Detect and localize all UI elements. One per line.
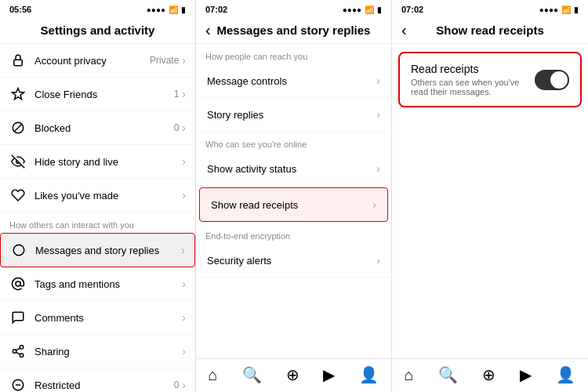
blocked-value: 0: [174, 122, 180, 133]
show-activity-label: Show activity status: [207, 163, 376, 175]
sharing-right: ›: [182, 345, 186, 358]
status-bar-3: 07:02 ●●●● 📶 ▮: [392, 0, 588, 17]
tags-right: ›: [182, 278, 186, 290]
search-nav-icon-2[interactable]: 🔍: [242, 365, 262, 384]
back-button-2[interactable]: ‹: [205, 21, 211, 39]
chevron-icon: ›: [376, 254, 380, 267]
restricted-icon: [9, 376, 27, 392]
chevron-icon: ›: [372, 198, 376, 211]
panel2-security-alerts[interactable]: Security alerts ›: [196, 244, 391, 278]
comments-right: ›: [182, 311, 186, 324]
hide-story-label: Hide story and live: [34, 156, 182, 168]
comment-icon: [9, 309, 27, 326]
security-alerts-label: Security alerts: [207, 255, 376, 267]
blocked-right: 0 ›: [174, 122, 186, 134]
profile-nav-icon-2[interactable]: 👤: [359, 365, 379, 384]
sharing-label: Sharing: [34, 346, 182, 358]
read-receipts-title: Read receipts: [411, 63, 535, 75]
svg-marker-1: [13, 89, 24, 100]
home-nav-icon-2[interactable]: ⌂: [208, 366, 217, 384]
menu-item-account-privacy[interactable]: Account privacy Private ›: [0, 44, 195, 78]
menu-item-tags[interactable]: Tags and mentions ›: [0, 267, 195, 301]
menu-item-likes[interactable]: Likes you've made ›: [0, 179, 195, 212]
panel3-title: Show read receipts: [436, 24, 544, 37]
chevron-icon: ›: [182, 155, 186, 168]
status-bar-1: 05:56 ●●●● 📶 ▮: [0, 0, 195, 17]
read-receipts-toggle[interactable]: [535, 70, 569, 90]
menu-item-messages[interactable]: Messages and story replies ›: [0, 233, 195, 267]
menu-item-comments[interactable]: Comments ›: [0, 301, 195, 335]
menu-item-blocked[interactable]: Blocked 0 ›: [0, 111, 195, 145]
likes-label: Likes you've made: [34, 190, 182, 201]
chevron-icon: ›: [182, 278, 186, 290]
panel1-title: Settings and activity: [41, 24, 155, 37]
menu-item-hide-story[interactable]: Hide story and live ›: [0, 145, 195, 179]
battery-icon-3: ▮: [574, 5, 579, 14]
back-button-3[interactable]: ‹: [401, 21, 407, 39]
panel2-message-controls[interactable]: Message controls ›: [196, 64, 391, 98]
panel1-header: Settings and activity: [0, 17, 195, 44]
battery-icon-2: ▮: [377, 5, 382, 14]
add-nav-icon-3[interactable]: ⊕: [482, 365, 495, 384]
message-controls-label: Message controls: [207, 75, 376, 87]
toggle-knob: [550, 71, 568, 89]
svg-point-9: [20, 354, 24, 358]
wifi-icon-2: 📶: [365, 5, 374, 14]
battery-icon: ▮: [181, 5, 186, 14]
chevron-icon: ›: [182, 189, 186, 201]
home-nav-icon-3[interactable]: ⌂: [405, 366, 414, 384]
status-icons-2: ●●●● 📶 ▮: [343, 5, 382, 14]
read-receipts-card: Read receipts Others can see when you've…: [398, 52, 582, 107]
svg-line-10: [16, 352, 20, 354]
section2-label: How others can interact with you: [0, 212, 195, 233]
reels-nav-icon-2[interactable]: ▶: [323, 365, 335, 384]
block-icon: [9, 119, 27, 136]
add-nav-icon-2[interactable]: ⊕: [286, 365, 299, 384]
svg-rect-0: [14, 60, 23, 66]
story-replies-label: Story replies: [207, 109, 376, 121]
blocked-label: Blocked: [34, 122, 174, 134]
chevron-icon: ›: [182, 311, 186, 324]
chevron-icon: ›: [181, 244, 185, 256]
svg-point-7: [20, 346, 24, 350]
panel2-title: Messages and story replies: [217, 24, 371, 37]
messages-right: ›: [181, 244, 185, 256]
chevron-icon: ›: [376, 74, 380, 87]
panel2-section3-label: End-to-end encryption: [196, 223, 391, 244]
time-3: 07:02: [401, 5, 423, 14]
chevron-icon: ›: [376, 108, 380, 121]
panel2-show-activity[interactable]: Show activity status ›: [196, 152, 391, 186]
close-friends-value: 1: [174, 89, 180, 100]
time-1: 05:56: [9, 5, 31, 14]
read-receipts-text-block: Read receipts Others can see when you've…: [411, 63, 535, 96]
panel2-section2-label: Who can see you're online: [196, 132, 391, 152]
menu-item-close-friends[interactable]: Close Friends 1 ›: [0, 78, 195, 111]
status-icons-3: ●●●● 📶 ▮: [539, 5, 579, 14]
status-bar-2: 07:02 ●●●● 📶 ▮: [196, 0, 391, 17]
comments-label: Comments: [34, 312, 182, 324]
panel3-header: ‹ Show read receipts: [392, 17, 588, 44]
tags-label: Tags and mentions: [34, 278, 182, 290]
status-icons-1: ●●●● 📶 ▮: [147, 5, 186, 14]
star-icon: [9, 85, 27, 103]
search-nav-icon-3[interactable]: 🔍: [438, 365, 458, 384]
svg-line-3: [14, 124, 23, 132]
menu-item-sharing[interactable]: Sharing ›: [0, 335, 195, 368]
likes-right: ›: [182, 189, 186, 201]
panel2-show-read-receipts[interactable]: Show read receipts ›: [199, 187, 388, 222]
wifi-icon-3: 📶: [561, 5, 571, 14]
hide-story-right: ›: [182, 155, 186, 168]
panel2-header: ‹ Messages and story replies: [196, 17, 391, 44]
chevron-icon: ›: [182, 379, 186, 391]
panel2-story-replies[interactable]: Story replies ›: [196, 98, 391, 132]
svg-point-6: [16, 281, 20, 286]
restricted-label: Restricted: [34, 379, 174, 391]
chevron-icon: ›: [182, 122, 186, 134]
reels-nav-icon-3[interactable]: ▶: [520, 365, 532, 384]
svg-line-11: [16, 348, 20, 350]
message-icon: [10, 241, 27, 259]
profile-nav-icon-3[interactable]: 👤: [556, 365, 575, 384]
heart-icon: [9, 187, 27, 204]
menu-item-restricted[interactable]: Restricted 0 ›: [0, 368, 195, 392]
restricted-right: 0 ›: [174, 379, 186, 391]
